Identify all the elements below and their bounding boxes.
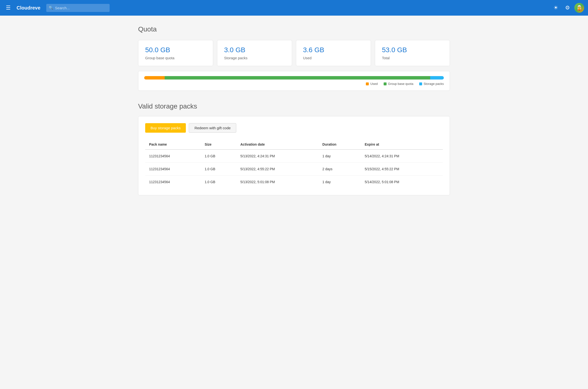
card-label-2: Used [303, 56, 364, 60]
progress-section: Used Group base quota Storage packs [138, 71, 450, 91]
legend-packs-label: Storage packs [423, 82, 444, 86]
progress-bar [144, 76, 444, 79]
table-row: 11231234564 1.0 GB 5/13/2022, 4:55:22 PM… [145, 163, 443, 176]
cell-expire-2: 5/14/2022, 5:01:08 PM [361, 176, 443, 189]
card-value-0: 50.0 GB [145, 46, 206, 54]
col-activation-date: Activation date [237, 139, 319, 150]
cell-duration-0: 1 day [319, 150, 361, 163]
progress-packs-bar [430, 76, 444, 79]
card-label-1: Storage packs [224, 56, 285, 60]
header: ☰ Cloudreve 🔍 ☀ ⚙ 🧝 [0, 0, 588, 16]
quota-cards: 50.0 GB Group base quota 3.0 GB Storage … [138, 40, 450, 66]
col-expire-at: Expire at [361, 139, 443, 150]
cell-expire-1: 5/15/2022, 4:55:22 PM [361, 163, 443, 176]
cell-activation-1: 5/13/2022, 4:55:22 PM [237, 163, 319, 176]
progress-legend: Used Group base quota Storage packs [144, 82, 444, 86]
cell-pack-name-0: 11231234564 [145, 150, 201, 163]
menu-icon[interactable]: ☰ [4, 3, 13, 13]
cell-pack-name-1: 11231234564 [145, 163, 201, 176]
table-row: 11231234564 1.0 GB 5/13/2022, 4:24:31 PM… [145, 150, 443, 163]
col-size: Size [201, 139, 237, 150]
settings-button[interactable]: ⚙ [563, 3, 572, 13]
card-storage-packs: 3.0 GB Storage packs [217, 40, 292, 66]
quota-title: Quota [138, 25, 450, 33]
search-wrapper: 🔍 [46, 4, 110, 12]
progress-used-bar [144, 76, 165, 79]
header-actions: ☀ ⚙ 🧝 [551, 3, 584, 13]
legend-base: Group base quota [384, 82, 413, 86]
cell-duration-2: 1 day [319, 176, 361, 189]
card-value-3: 53.0 GB [382, 46, 443, 54]
legend-base-label: Group base quota [388, 82, 413, 86]
cell-expire-0: 5/14/2022, 4:24:31 PM [361, 150, 443, 163]
buy-storage-packs-button[interactable]: Buy storage packs [145, 123, 186, 133]
card-group-base-quota: 50.0 GB Group base quota [138, 40, 213, 66]
cell-activation-0: 5/13/2022, 4:24:31 PM [237, 150, 319, 163]
card-label-0: Group base quota [145, 56, 206, 60]
legend-base-dot [384, 82, 387, 85]
gear-icon: ⚙ [565, 5, 570, 11]
card-value-1: 3.0 GB [224, 46, 285, 54]
avatar-image: 🧝 [574, 3, 584, 13]
theme-toggle-button[interactable]: ☀ [551, 3, 561, 13]
cell-pack-name-2: 11231234564 [145, 176, 201, 189]
redeem-gift-code-button[interactable]: Redeem with gift code [189, 123, 236, 133]
cell-size-0: 1.0 GB [201, 150, 237, 163]
search-input[interactable] [46, 4, 110, 12]
legend-used: Used [366, 82, 378, 86]
cell-size-2: 1.0 GB [201, 176, 237, 189]
legend-used-label: Used [370, 82, 378, 86]
packs-card: Buy storage packs Redeem with gift code … [138, 116, 450, 195]
table-row: 11231234564 1.0 GB 5/13/2022, 5:01:08 PM… [145, 176, 443, 189]
card-total: 53.0 GB Total [375, 40, 450, 66]
legend-packs: Storage packs [419, 82, 444, 86]
legend-packs-dot [419, 82, 422, 85]
col-pack-name: Pack name [145, 139, 201, 150]
app-logo: Cloudreve [17, 5, 40, 11]
card-label-3: Total [382, 56, 443, 60]
avatar[interactable]: 🧝 [574, 3, 584, 13]
cell-activation-2: 5/13/2022, 5:01:08 PM [237, 176, 319, 189]
table-body: 11231234564 1.0 GB 5/13/2022, 4:24:31 PM… [145, 150, 443, 188]
packs-actions: Buy storage packs Redeem with gift code [145, 123, 443, 133]
card-value-2: 3.6 GB [303, 46, 364, 54]
card-used: 3.6 GB Used [296, 40, 371, 66]
cell-duration-1: 2 days [319, 163, 361, 176]
table-header: Pack name Size Activation date Duration … [145, 139, 443, 150]
progress-base-bar [165, 76, 430, 79]
legend-used-dot [366, 82, 369, 85]
main-content: Quota 50.0 GB Group base quota 3.0 GB St… [123, 16, 465, 205]
cell-size-1: 1.0 GB [201, 163, 237, 176]
packs-table: Pack name Size Activation date Duration … [145, 139, 443, 188]
valid-packs-title: Valid storage packs [138, 102, 450, 110]
col-duration: Duration [319, 139, 361, 150]
theme-icon: ☀ [553, 5, 558, 11]
